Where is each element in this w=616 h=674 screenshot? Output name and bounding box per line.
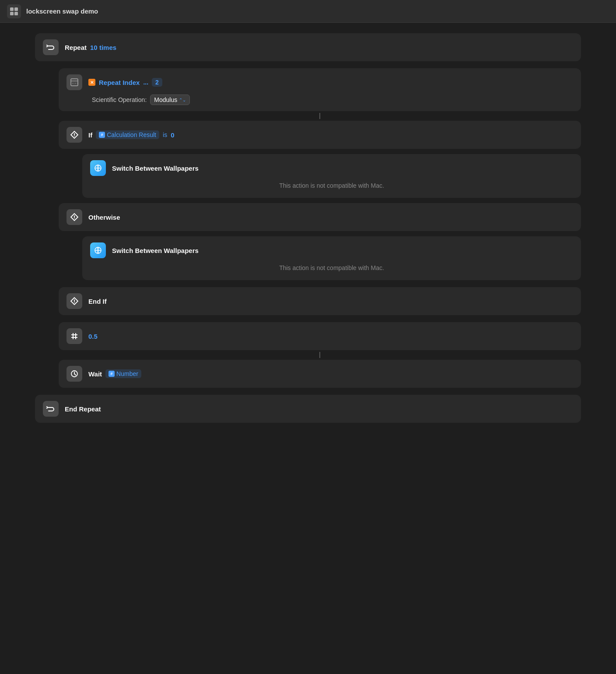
otherwise-block[interactable]: Otherwise [59,203,581,231]
wallpapers-2-icon [90,242,106,258]
connector-line-2 [319,352,320,358]
otherwise-label: Otherwise [88,214,120,221]
if-keyword: If [88,131,92,139]
svg-rect-3 [14,12,18,15]
svg-rect-2 [10,12,14,15]
if-block[interactable]: If # Calculation Result is 0 [59,121,581,149]
svg-point-13 [74,218,75,219]
end-if-block[interactable]: End If [59,287,581,315]
repeat-index-dots: ... [143,79,148,86]
titlebar: lockscreen swap demo [0,0,616,23]
switch-wallpapers-2-label: Switch Between Wallpapers [112,247,199,254]
number-badge: # Number [105,369,141,378]
wait-icon [66,366,82,382]
wait-content: Wait # Number [88,369,141,378]
x-badge: ✕ [88,79,95,86]
switch-wallpapers-1-block[interactable]: Switch Between Wallpapers This action is… [82,154,581,198]
page-title: lockscreen swap demo [26,7,98,15]
repeat-label: Repeat [65,44,87,51]
switch-wallpapers-2-row: Switch Between Wallpapers [90,242,573,258]
sci-op-label: Scientific Operation: [92,96,147,103]
repeat-icon [43,39,59,55]
end-repeat-block[interactable]: End Repeat [35,395,581,423]
hash-small-icon: # [99,132,105,138]
end-if-icon [66,293,82,309]
switch-wallpapers-1-row: Switch Between Wallpapers [90,160,573,176]
calc-result-badge: # Calculation Result [96,130,159,139]
if-icon [66,127,82,143]
wallpapers-1-icon [90,160,106,176]
if-content: If # Calculation Result is 0 [88,130,174,139]
connector-line-1 [319,113,320,119]
otherwise-icon [66,209,82,225]
end-if-label: End If [88,298,107,305]
svg-rect-0 [10,7,14,11]
svg-point-17 [74,302,75,303]
sci-op-dropdown[interactable]: Modulus ⌃⌄ [150,95,190,105]
calculator-icon: + - ÷ × [66,74,82,90]
switch-wallpapers-2-incompatible: This action is not compatible with Mac. [90,262,573,274]
repeat-block[interactable]: Repeat 10 times [35,33,581,61]
sci-op-value: Modulus [154,96,177,103]
switch-wallpapers-1-incompatible: This action is not compatible with Mac. [90,179,573,192]
repeat-body: + - ÷ × ✕ Repeat Index ... 2 Scientific … [59,68,581,388]
if-value: 0 [171,131,174,139]
otherwise-body: Switch Between Wallpapers This action is… [82,236,581,280]
is-keyword: is [163,131,167,138]
svg-text:÷ ×: ÷ × [75,82,79,84]
switch-wallpapers-1-label: Switch Between Wallpapers [112,165,199,172]
app-icon [7,4,21,18]
wait-label: Wait [88,370,102,378]
calc-result-label: Calculation Result [107,131,156,138]
dropdown-arrow-icon: ⌃⌄ [179,98,186,102]
repeat-times: 10 times [90,44,116,51]
number-block[interactable]: 0.5 [59,322,581,350]
number-value: 0.5 [88,333,98,340]
sci-op-row: Scientific Operation: Modulus ⌃⌄ [66,95,573,105]
end-repeat-label: End Repeat [65,405,101,413]
repeat-index-label: Repeat Index [99,79,140,86]
if-body: Switch Between Wallpapers This action is… [82,154,581,198]
repeat-index-content: ✕ Repeat Index ... 2 [88,78,162,87]
svg-point-9 [74,136,75,137]
repeat-index-value: 2 [152,78,162,87]
hash-badge-icon: # [108,371,115,377]
svg-line-24 [74,374,76,375]
repeat-content: Repeat 10 times [65,44,116,51]
wait-block[interactable]: Wait # Number [59,360,581,388]
hash-icon [66,328,82,344]
end-repeat-icon [43,401,59,417]
switch-wallpapers-2-block[interactable]: Switch Between Wallpapers This action is… [82,236,581,280]
main-content: Repeat 10 times + - ÷ × ✕ Repeat Index [0,23,616,433]
repeat-index-row: + - ÷ × ✕ Repeat Index ... 2 [66,74,573,90]
number-badge-label: Number [116,370,138,377]
repeat-index-block[interactable]: + - ÷ × ✕ Repeat Index ... 2 Scientific … [59,68,581,111]
svg-rect-1 [14,7,18,11]
